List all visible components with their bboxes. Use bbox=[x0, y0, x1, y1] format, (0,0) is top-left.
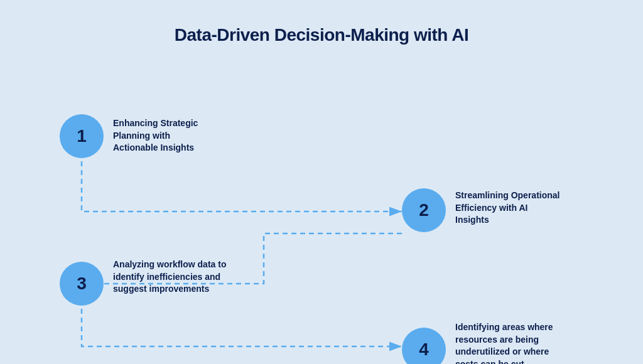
step-circle-2: 2 bbox=[402, 188, 446, 232]
step-circle-1: 1 bbox=[60, 114, 104, 158]
step-number-3: 3 bbox=[77, 274, 87, 294]
step-label-2: Streamlining Operational Efficiency with… bbox=[455, 190, 562, 227]
step-label-3: Analyzing workflow data to identify inef… bbox=[113, 259, 229, 296]
step-number-4: 4 bbox=[419, 340, 429, 360]
step-label-1: Enhancing Strategic Planning with Action… bbox=[113, 117, 213, 154]
step-number-1: 1 bbox=[77, 126, 87, 146]
step-label-4: Identifying areas where resources are be… bbox=[455, 321, 571, 364]
diagram-area: 1 Enhancing Strategic Planning with Acti… bbox=[0, 51, 643, 359]
page-title: Data-Driven Decision-Making with AI bbox=[0, 0, 643, 45]
step-circle-3: 3 bbox=[60, 262, 104, 306]
page-container: Data-Driven Decision-Making with AI 1 bbox=[0, 0, 643, 364]
step-circle-4: 4 bbox=[402, 328, 446, 364]
step-number-2: 2 bbox=[419, 200, 429, 220]
